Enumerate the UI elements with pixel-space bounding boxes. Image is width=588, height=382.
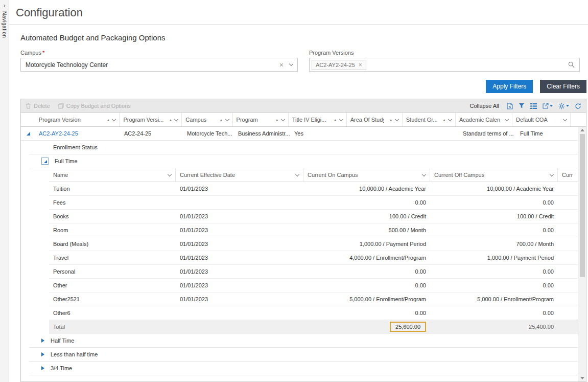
program-versions-input[interactable]: AC2-AY2-24-25 ×: [309, 58, 580, 72]
table-row: Room 01/01/2023 500.00 / Month 0.00: [49, 223, 578, 237]
scroll-down-icon[interactable]: [580, 377, 584, 379]
clear-filters-button[interactable]: Clear Filters: [540, 80, 586, 93]
apply-filters-button[interactable]: Apply Filters: [486, 80, 533, 93]
column-header-student-group[interactable]: Student Gr... ▲: [403, 113, 456, 126]
table-row: Travel 01/01/2023 4,000.00 / Enrollment/…: [49, 251, 578, 265]
budget-name-cell: Other2521: [49, 296, 176, 302]
copy-budget-button[interactable]: Copy Budget and Options: [58, 103, 131, 109]
refresh-icon[interactable]: [575, 103, 581, 109]
budget-grid: Delete Copy Budget and Options Collapse …: [20, 99, 586, 382]
collapse-status-icon[interactable]: [41, 158, 49, 165]
chevron-down-icon[interactable]: [289, 62, 293, 66]
budget-column-effective-date[interactable]: Current Effective Date: [176, 168, 303, 182]
vertical-scrollbar[interactable]: [578, 127, 586, 381]
total-off-campus-cell: 25,400.00: [430, 324, 558, 330]
column-menu-icon[interactable]: [225, 117, 229, 121]
table-row: Board (Meals) 01/01/2023 1,000.00 / Paym…: [49, 237, 578, 251]
column-header-academic-calendar[interactable]: Academic Calen...: [456, 113, 512, 126]
column-menu-icon[interactable]: [280, 117, 285, 121]
budget-off-campus-cell: 10,000.00 / Academic Year: [430, 186, 558, 192]
program-version-code-cell: AC2-24-25: [121, 130, 183, 137]
column-menu-icon[interactable]: [339, 117, 343, 121]
status-row-full-time[interactable]: Full Time: [29, 154, 578, 168]
budget-off-campus-cell: 0.00: [430, 310, 558, 316]
expand-navigation-icon[interactable]: ›: [4, 3, 6, 9]
collapse-all-button[interactable]: Collapse All: [470, 103, 499, 109]
expand-status-icon[interactable]: [41, 339, 44, 343]
column-menu-icon[interactable]: [112, 117, 116, 121]
trash-icon: [26, 103, 31, 109]
budget-name-cell: Tuition: [49, 186, 176, 192]
column-header-default-coa[interactable]: Default COA: [512, 113, 571, 126]
expand-status-icon[interactable]: [41, 366, 44, 370]
column-header-program-version-code[interactable]: Program Versi... ▲: [120, 113, 182, 126]
export-menu-icon[interactable]: [543, 103, 553, 109]
status-row-half-time[interactable]: Half Time: [29, 334, 578, 348]
budget-name-cell: Fees: [49, 199, 176, 206]
campus-select[interactable]: Motorcycle Technology Center ×: [20, 58, 298, 72]
table-row[interactable]: AC2-AY2-24-25 AC2-24-25 Motorcycle Tech.…: [21, 127, 578, 141]
column-header-area-of-study[interactable]: Area Of Study ▲: [347, 113, 403, 126]
scroll-up-icon[interactable]: [580, 129, 584, 131]
grid-body-content: AC2-AY2-24-25 AC2-24-25 Motorcycle Tech.…: [21, 127, 578, 381]
remove-chip-icon[interactable]: ×: [359, 62, 362, 68]
sort-ascending-icon: ▲: [220, 118, 223, 122]
expand-status-icon[interactable]: [41, 352, 44, 356]
column-menu-icon[interactable]: [174, 117, 178, 121]
status-row-three-quarter-time[interactable]: 3/4 Time: [29, 362, 578, 375]
sort-ascending-icon: ▲: [389, 118, 393, 122]
budget-column-current-truncated[interactable]: Curr: [558, 168, 578, 182]
column-menu-icon[interactable]: [168, 172, 172, 176]
column-chooser-icon[interactable]: [530, 103, 537, 109]
search-icon[interactable]: [568, 61, 575, 68]
column-header-campus[interactable]: Campus ▲: [182, 113, 232, 126]
required-asterisk: *: [42, 50, 44, 56]
program-version-chip[interactable]: AC2-AY2-24-25 ×: [312, 60, 366, 70]
status-row-less-than-half-time[interactable]: Less than half time: [29, 348, 578, 362]
campus-cell: Motorcycle Tech...: [183, 130, 234, 137]
budget-on-campus-cell: 500.00 / Month: [303, 227, 430, 233]
gear-icon[interactable]: [558, 103, 569, 109]
campus-field-group: Campus* Motorcycle Technology Center ×: [20, 50, 298, 72]
column-menu-icon[interactable]: [395, 117, 399, 121]
budget-off-campus-cell: 100.00 / Credit: [430, 213, 558, 219]
program-version-link[interactable]: AC2-AY2-24-25: [35, 130, 121, 137]
column-menu-icon[interactable]: [550, 172, 554, 176]
campus-value: Motorcycle Technology Center: [26, 61, 279, 69]
navigation-collapsed-panel[interactable]: › Navigation: [0, 0, 9, 382]
table-row: Other 01/01/2023 0.00 0.00: [49, 279, 578, 293]
budget-name-cell: Travel: [49, 255, 176, 261]
column-menu-icon[interactable]: [422, 172, 426, 176]
campus-label: Campus*: [20, 50, 298, 56]
column-header-title-iv[interactable]: Title IV Eligi... ▲: [289, 113, 347, 126]
column-menu-icon[interactable]: [563, 117, 567, 121]
budget-column-on-campus[interactable]: Current On Campus: [303, 168, 430, 182]
filter-icon[interactable]: [519, 103, 525, 109]
budget-date-cell: 01/01/2023: [176, 296, 303, 302]
expand-column-header: [21, 113, 35, 126]
column-header-program[interactable]: Program ▲: [233, 113, 289, 126]
filter-row: Campus* Motorcycle Technology Center × P…: [20, 50, 586, 72]
delete-button[interactable]: Delete: [26, 103, 50, 109]
column-menu-icon[interactable]: [505, 117, 509, 121]
export-excel-icon[interactable]: [507, 103, 513, 109]
budget-date-cell: 01/01/2023: [176, 241, 303, 247]
selected-total-cell[interactable]: 25,600.00: [390, 322, 426, 332]
header-filler: [571, 113, 578, 126]
column-menu-icon[interactable]: [295, 172, 299, 176]
budget-column-name[interactable]: Name: [49, 168, 176, 182]
sort-ascending-icon: ▲: [275, 118, 279, 122]
collapse-row-icon[interactable]: [27, 132, 30, 136]
clear-campus-icon[interactable]: ×: [279, 61, 284, 69]
budget-on-campus-cell: 0.00: [303, 282, 430, 288]
scrollbar-thumb[interactable]: [580, 134, 585, 277]
budget-on-campus-cell: 5,000.00 / Enrollment/Program: [303, 296, 430, 302]
column-header-program-version[interactable]: Program Version ▲: [35, 113, 120, 126]
program-cell: Business Administr...: [234, 130, 291, 137]
budget-column-off-campus[interactable]: Current Off Campus: [430, 168, 558, 182]
title-iv-cell: Yes: [291, 130, 349, 137]
column-menu-icon[interactable]: [448, 117, 452, 121]
content-area: Automated Budget and Packaging Options C…: [9, 25, 588, 382]
budget-on-campus-cell: 0.00: [303, 268, 430, 275]
budget-date-cell: 01/01/2023: [176, 186, 303, 192]
